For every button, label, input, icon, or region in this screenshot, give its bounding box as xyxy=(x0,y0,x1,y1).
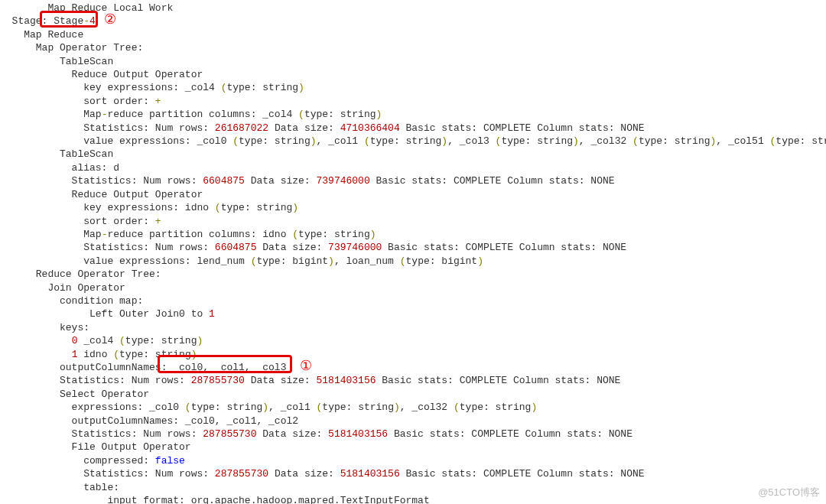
code-line: File Output Operator xyxy=(0,441,191,453)
code-line: Statistics: Num rows: 6604875 Data size:… xyxy=(0,175,615,187)
code-line: input format: org.apache.hadoop.mapred.T… xyxy=(0,495,430,504)
highlight-box-1-output-cols xyxy=(158,355,292,373)
code-line: Reduce Output Operator xyxy=(0,69,203,80)
code-line: TableScan xyxy=(0,148,113,160)
code-line: Map-reduce partition columns: _col4 (typ… xyxy=(0,109,382,120)
code-line: value expressions: lend_num (type: bigin… xyxy=(0,255,483,267)
code-line: sort order: + xyxy=(0,96,161,107)
highlight-label-1: ① xyxy=(300,357,312,374)
code-line: Statistics: Num rows: 261687022 Data siz… xyxy=(0,122,645,134)
code-line: TableScan xyxy=(0,56,113,67)
query-plan-code: Map Reduce Local Work Stage: Stage-4 Map… xyxy=(0,0,826,504)
code-line: Reduce Operator Tree: xyxy=(0,268,161,280)
highlight-box-2-stage xyxy=(40,11,98,28)
code-line: Join Operator xyxy=(0,282,125,294)
code-line: Statistics: Num rows: 6604875 Data size:… xyxy=(0,242,626,253)
code-line: Select Operator xyxy=(0,389,149,400)
code-line: expressions: _col0 (type: string), _col1… xyxy=(0,402,537,413)
code-line: Statistics: Num rows: 287855730 Data siz… xyxy=(0,428,633,440)
highlight-label-2: ② xyxy=(104,11,116,28)
code-line: Map Reduce xyxy=(0,29,83,41)
watermark: @51CTO博客 xyxy=(758,486,820,499)
code-line: value expressions: _col0 (type: string),… xyxy=(0,135,826,147)
code-line: Statistics: Num rows: 287855730 Data siz… xyxy=(0,468,645,480)
code-line: table: xyxy=(0,482,119,493)
code-line: Reduce Output Operator xyxy=(0,189,203,200)
code-line: key expressions: _col4 (type: string) xyxy=(0,82,304,93)
code-line: Statistics: Num rows: 287855730 Data siz… xyxy=(0,375,620,386)
code-line: Map-reduce partition columns: idno (type… xyxy=(0,229,376,240)
code-line: 0 _col4 (type: string) xyxy=(0,335,203,346)
code-line: condition map: xyxy=(0,295,143,307)
code-line: alias: d xyxy=(0,162,119,174)
code-line: outputColumnNames: _col0, _col1, _col2 xyxy=(0,415,298,427)
code-line: key expressions: idno (type: string) xyxy=(0,202,298,213)
code-line: Left Outer Join0 to 1 xyxy=(0,308,215,320)
code-line: keys: xyxy=(0,322,89,333)
code-line: sort order: + xyxy=(0,216,161,227)
code-line: Map Operator Tree: xyxy=(0,42,143,54)
code-line: compressed: false xyxy=(0,455,185,467)
